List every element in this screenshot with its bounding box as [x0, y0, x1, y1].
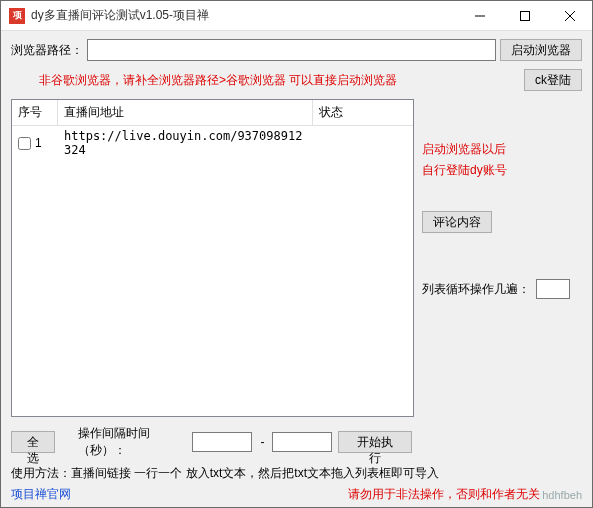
loop-row: 列表循环操作几遍：	[422, 279, 570, 299]
list-header: 序号 直播间地址 状态	[12, 100, 413, 126]
room-list[interactable]: 序号 直播间地址 状态 1 https://live.douyin.com/93…	[11, 99, 414, 417]
titlebar: 项 dy多直播间评论测试v1.05-项目禅	[1, 1, 592, 31]
bottom-controls: 全选 操作间隔时间（秒）： - 开始执行	[11, 425, 582, 459]
browser-path-row: 浏览器路径： 启动浏览器	[11, 39, 582, 61]
warning-row: 非谷歌浏览器，请补全浏览器路径>谷歌浏览器 可以直接启动浏览器 ck登陆	[11, 69, 582, 91]
row-url: https://live.douyin.com/937098912324	[58, 126, 313, 160]
row-state	[313, 126, 413, 160]
maximize-button[interactable]	[502, 1, 547, 31]
app-window: 项 dy多直播间评论测试v1.05-项目禅 浏览器路径： 启动浏览器 非谷歌浏览…	[0, 0, 593, 508]
header-state: 状态	[313, 100, 413, 125]
window-body: 浏览器路径： 启动浏览器 非谷歌浏览器，请补全浏览器路径>谷歌浏览器 可以直接启…	[1, 31, 592, 507]
table-row[interactable]: 1 https://live.douyin.com/937098912324	[12, 126, 413, 160]
watermark: hdhfbeh	[542, 489, 582, 501]
header-url: 直播间地址	[58, 100, 313, 125]
interval-min-input[interactable]	[192, 432, 252, 452]
usage-text: 使用方法：直播间链接 一行一个 放入txt文本，然后把txt文本拖入列表框即可导…	[11, 465, 582, 482]
legal-warning: 请勿用于非法操作，否则和作者无关	[348, 486, 540, 503]
header-index: 序号	[12, 100, 58, 125]
loop-count-input[interactable]	[536, 279, 570, 299]
start-button[interactable]: 开始执行	[338, 431, 412, 453]
footer-row: 项目禅官网 请勿用于非法操作，否则和作者无关 hdhfbeh	[11, 486, 582, 503]
browser-path-input[interactable]	[87, 39, 496, 61]
window-title: dy多直播间评论测试v1.05-项目禅	[31, 7, 457, 24]
side-panel: 启动浏览器以后 自行登陆dy账号 评论内容 列表循环操作几遍：	[422, 99, 582, 417]
browser-warning-text: 非谷歌浏览器，请补全浏览器路径>谷歌浏览器 可以直接启动浏览器	[39, 72, 397, 89]
ck-login-button[interactable]: ck登陆	[524, 69, 582, 91]
browser-path-label: 浏览器路径：	[11, 42, 83, 59]
select-all-button[interactable]: 全选	[11, 431, 55, 453]
minimize-button[interactable]	[457, 1, 502, 31]
hint-line-2: 自行登陆dy账号	[422, 162, 507, 179]
hint-line-1: 启动浏览器以后	[422, 141, 506, 158]
comment-content-button[interactable]: 评论内容	[422, 211, 492, 233]
close-button[interactable]	[547, 1, 592, 31]
interval-max-input[interactable]	[272, 432, 332, 452]
middle-area: 序号 直播间地址 状态 1 https://live.douyin.com/93…	[11, 99, 582, 417]
official-site-link[interactable]: 项目禅官网	[11, 486, 71, 503]
row-index: 1	[35, 136, 42, 150]
app-icon: 项	[9, 8, 25, 24]
launch-browser-button[interactable]: 启动浏览器	[500, 39, 582, 61]
interval-label: 操作间隔时间（秒）：	[78, 425, 187, 459]
interval-dash: -	[260, 435, 264, 449]
loop-label: 列表循环操作几遍：	[422, 281, 530, 298]
row-checkbox[interactable]	[18, 137, 31, 150]
svg-rect-1	[520, 11, 529, 20]
